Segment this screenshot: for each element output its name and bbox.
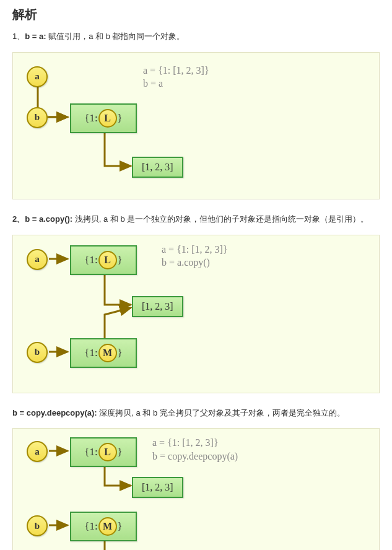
dict1-prefix: {1: — [84, 446, 97, 458]
inner-circle-l: L — [98, 251, 117, 269]
dict2-suffix: } — [118, 520, 123, 533]
diagram-assignment: a b {1: L } [1, 2, 3] a = {1: [1, 2, 3]}… — [12, 52, 380, 199]
code-line2: b = a — [143, 78, 163, 89]
section1-text: 赋值引用，a 和 b 都指向同一个对象。 — [46, 32, 185, 41]
inner-circle-m: M — [98, 344, 117, 362]
page-title: 解析 — [12, 6, 380, 23]
var-b-circle: b — [27, 342, 48, 363]
list-box: [1, 2, 3] — [132, 157, 183, 178]
code-line1: a = {1: [1, 2, 3]} — [143, 65, 209, 76]
dict-box-1: {1: L } — [70, 437, 137, 467]
section2-num: 2、 — [12, 214, 25, 224]
var-b-circle: b — [27, 107, 48, 128]
dict2-suffix: } — [118, 347, 123, 359]
section2-text: 浅拷贝, a 和 b 是一个独立的对象，但他们的子对象还是指向统一对象（是引用）… — [72, 214, 368, 224]
dict-box: {1: L } — [70, 103, 137, 133]
section3-description: b = copy.deepcopy(a): 深度拷贝, a 和 b 完全拷贝了父… — [12, 407, 380, 420]
dict1-suffix: } — [118, 446, 123, 458]
code-line1: a = {1: [1, 2, 3]} — [152, 437, 219, 448]
code-text: a = {1: [1, 2, 3]} b = a — [143, 64, 209, 90]
diagram-deepcopy: a {1: L } [1, 2, 3] b {1: M } [1, 2, 3] … — [12, 428, 380, 550]
code-line1: a = {1: [1, 2, 3]} — [162, 244, 228, 255]
section2-description: 2、b = a.copy(): 浅拷贝, a 和 b 是一个独立的对象，但他们的… — [12, 213, 380, 226]
inner-circle-l: L — [98, 443, 117, 461]
list-box: [1, 2, 3] — [132, 296, 183, 317]
dict2-prefix: {1: — [84, 347, 97, 359]
var-a-circle: a — [27, 66, 48, 87]
dict2-prefix: {1: — [84, 520, 97, 533]
code-text: a = {1: [1, 2, 3]} b = copy.deepcopy(a) — [152, 436, 238, 463]
dict1-prefix: {1: — [84, 254, 97, 266]
section3-text: 深度拷贝, a 和 b 完全拷贝了父对象及其子对象，两者是完全独立的。 — [97, 408, 345, 417]
section1-description: 1、b = a: 赋值引用，a 和 b 都指向同一个对象。 — [12, 30, 380, 43]
dict-box-1: {1: L } — [70, 245, 137, 275]
section1-bold: b = a: — [25, 32, 46, 41]
code-line2: b = copy.deepcopy(a) — [152, 451, 238, 461]
dict-suffix: } — [118, 112, 123, 124]
section2-bold: b = a.copy(): — [25, 214, 72, 224]
dict-box-2: {1: M } — [70, 512, 137, 541]
dict1-suffix: } — [118, 254, 123, 266]
inner-circle-m: M — [98, 517, 117, 536]
dict-prefix: {1: — [84, 112, 97, 124]
section3-bold: b = copy.deepcopy(a): — [12, 408, 97, 417]
code-text: a = {1: [1, 2, 3]} b = a.copy() — [162, 243, 228, 269]
dict-box-2: {1: M } — [70, 338, 137, 368]
list-box-1: [1, 2, 3] — [132, 477, 183, 498]
code-line2: b = a.copy() — [162, 257, 210, 268]
section1-num: 1、 — [12, 32, 25, 41]
inner-circle-l: L — [98, 109, 117, 128]
var-a-circle: a — [27, 249, 48, 270]
diagram-shallowcopy: a {1: L } [1, 2, 3] b {1: M } a = {1: [1… — [12, 235, 380, 393]
